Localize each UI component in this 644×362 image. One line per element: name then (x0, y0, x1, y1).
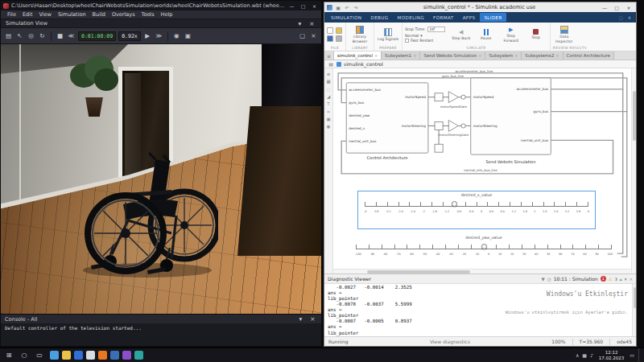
taskbar-app-icon[interactable] (122, 351, 131, 360)
diagnostic-scrollbar[interactable] (632, 284, 636, 336)
sim-mode-dropdown[interactable]: Normal (405, 34, 419, 38)
close-tab-icon[interactable]: × (555, 53, 559, 58)
taskbar-clock[interactable]: 12:12 17.02.2023 (597, 350, 627, 360)
status-view-diagnostics[interactable]: View diagnostics (355, 339, 546, 344)
fast-restart-checkbox[interactable] (405, 39, 409, 43)
palette-tool-icon[interactable]: ▣ (326, 116, 330, 123)
fullscreen-icon[interactable]: ▢ (298, 32, 307, 39)
maximize-button[interactable]: ▢ (299, 3, 308, 9)
scrollbar-thumb[interactable] (634, 287, 636, 308)
menu-item[interactable]: View (35, 11, 54, 18)
data-inspector-button[interactable]: Data Inspector (553, 26, 576, 43)
pause-button[interactable]: Pause (475, 29, 497, 40)
gain-block-motorsteering[interactable] (448, 120, 458, 131)
palette-tool-icon[interactable]: ▦ (326, 78, 330, 85)
viewtab-menu-icon[interactable]: ▾ (295, 20, 304, 27)
notification-center-icon[interactable]: ▭ (630, 352, 634, 358)
webots-3d-viewport[interactable] (1, 44, 321, 314)
open-file-icon[interactable] (336, 27, 342, 34)
taskbar-app-icon[interactable] (134, 351, 143, 360)
close-tab-icon[interactable]: × (413, 53, 416, 58)
palette-tool-icon[interactable]: ≈ (327, 109, 331, 116)
diagnostic-run-label[interactable]: 10:11 : Simulation (554, 276, 598, 282)
menu-item[interactable]: Tools (138, 11, 158, 18)
close-button[interactable]: × (310, 3, 319, 9)
tray-volume-icon[interactable]: ♪ (590, 352, 593, 358)
save-file-icon[interactable] (327, 35, 333, 42)
expand-panel-icon[interactable]: ▾ (625, 277, 627, 282)
tray-network-icon[interactable]: ▦ (582, 352, 587, 358)
task-view-icon[interactable]: ▭ (33, 352, 46, 359)
taskbar-app-icon[interactable] (50, 351, 59, 360)
canvas-vertical-scrollbar[interactable] (631, 68, 636, 274)
viewtab-close-icon[interactable]: × (308, 20, 316, 27)
taskbar-app-icon[interactable] (98, 351, 107, 360)
minimize-button[interactable]: — (287, 3, 296, 9)
slider-block-desired-yaw[interactable]: desired_yaw_value -100-90-80-70-60-50-40… (349, 234, 618, 268)
doc-tab-subsystem1[interactable]: Subsystem1× (382, 51, 420, 60)
close-panel-icon[interactable]: × (629, 277, 633, 282)
console-menu-icon[interactable]: ▾ (296, 315, 305, 323)
signal-block[interactable] (435, 93, 443, 101)
stop-button[interactable]: Stop (525, 29, 547, 39)
palette-tool-icon[interactable]: T (327, 101, 329, 108)
filter-icon[interactable]: ▼ (542, 277, 545, 282)
toolstrip-collapse-icon[interactable]: ∧ (625, 14, 634, 20)
stop-button[interactable]: ■ (56, 32, 64, 39)
canvas-horizontal-scrollbar[interactable] (333, 269, 631, 274)
toolstrip-search-icon[interactable]: ◌ (617, 14, 625, 20)
doc-tab-simulink-control[interactable]: simulink_control× (334, 51, 382, 60)
sim-mode-chevron-icon[interactable]: ▾ (420, 34, 422, 38)
tab-slider[interactable]: SLIDER (480, 13, 506, 22)
close-tab-icon[interactable]: × (478, 53, 481, 58)
tab-apps[interactable]: APPS (459, 13, 480, 22)
menu-item[interactable]: File (4, 11, 19, 18)
menu-item[interactable]: Overlays (109, 11, 138, 18)
slider-block-desired-v[interactable]: desired_v_value -4-3.6-3.2-2.8-2.4-2-1.6… (357, 191, 596, 229)
minimize-button[interactable]: — (600, 5, 609, 10)
tray-overflow-icon[interactable]: ∧ (576, 352, 579, 358)
menu-item[interactable]: Build (89, 11, 109, 18)
orbit-view-icon[interactable]: ◎ (27, 32, 35, 39)
select-cursor-icon[interactable]: ↖ (15, 32, 24, 39)
taskbar-app-icon[interactable] (74, 351, 83, 360)
gain-block-motorspeed[interactable] (448, 92, 458, 103)
step-back-button[interactable]: ◀ Step Back (450, 29, 473, 40)
tab-simulation[interactable]: SIMULATION (327, 13, 365, 22)
signal-block[interactable] (435, 144, 443, 152)
signal-block[interactable] (435, 121, 443, 130)
palette-tool-icon[interactable]: ≡ (327, 71, 331, 78)
simulation-view-tab[interactable]: Simulation View ▾ × (1, 19, 321, 28)
slider-knob[interactable] (481, 244, 487, 249)
tab-debug[interactable]: DEBUG (366, 13, 392, 22)
tab-format[interactable]: FORMAT (429, 13, 458, 22)
record-button[interactable]: ◉ (172, 32, 181, 39)
play-button[interactable]: ▶ (143, 32, 152, 39)
model-browser-toggle-icon[interactable]: ≡ (324, 51, 334, 60)
undo-icon[interactable]: ↶ (344, 5, 350, 10)
scrollbar-thumb[interactable] (633, 91, 636, 141)
rewind-button[interactable]: ≪ (67, 32, 76, 39)
model-canvas-area[interactable]: accelerometer_bus_line gyro_bus_line ine… (333, 68, 636, 274)
palette-tool-icon[interactable]: ◢ (327, 93, 330, 101)
library-browser-button[interactable]: Library Browser (349, 26, 371, 43)
show-desktop-button[interactable] (638, 348, 642, 362)
doc-tab-subsystem[interactable]: Subsystem× (485, 51, 522, 60)
redo-icon[interactable]: ↷ (353, 5, 359, 10)
stop-time-input[interactable]: inf (427, 27, 445, 32)
print-icon[interactable] (336, 35, 342, 42)
slider-knob[interactable] (452, 201, 457, 207)
taskbar-search-icon[interactable]: ○ (18, 352, 31, 359)
fast-forward-button[interactable]: ≫ (155, 32, 163, 39)
scrollbar-thumb[interactable] (367, 270, 470, 274)
sum-block[interactable] (461, 124, 465, 128)
palette-tool-icon[interactable]: ◌ (327, 86, 331, 93)
close-tab-icon[interactable]: × (514, 53, 518, 58)
taskbar-app-icon[interactable] (110, 351, 119, 360)
taskbar-app-icon[interactable] (62, 351, 71, 360)
close-button[interactable]: × (624, 5, 634, 10)
palette-tool-icon[interactable]: ◉ (327, 123, 331, 130)
scene-tree-icon[interactable]: ▤ (4, 32, 13, 39)
view-close-icon[interactable]: × (309, 32, 318, 39)
new-file-icon[interactable] (327, 27, 333, 34)
